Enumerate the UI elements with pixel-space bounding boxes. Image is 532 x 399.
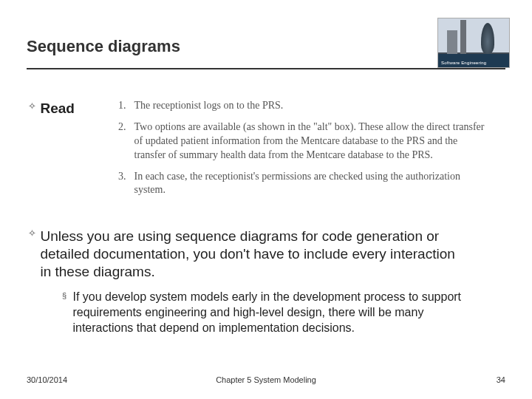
diamond-bullet-icon: ✧	[27, 100, 37, 113]
list-text: Two options are available (as shown in t…	[134, 120, 486, 163]
sub-bullet-text: If you develop system models early in th…	[72, 290, 477, 335]
list-item: 3. In each case, the receptionist's perm…	[118, 170, 488, 198]
footer-page-number: 34	[497, 375, 505, 384]
title-underline	[27, 68, 505, 69]
bullet-read: ✧ Read	[27, 100, 75, 117]
footer-chapter: Chapter 5 System Modeling	[0, 375, 532, 384]
logo-building	[460, 20, 466, 54]
bullet-paragraph-text: Unless you are using sequence diagrams f…	[40, 228, 468, 280]
list-text: In each case, the receptionist's permiss…	[134, 170, 486, 198]
book-cover-thumbnail: Software Engineering	[437, 18, 510, 68]
bullet-read-label: Read	[40, 100, 74, 117]
square-bullet-icon: §	[59, 290, 69, 303]
page-title: Sequence diagrams	[27, 37, 180, 56]
bullet-paragraph: ✧ Unless you are using sequence diagrams…	[27, 228, 497, 280]
list-number: 1.	[118, 99, 132, 113]
numbered-excerpt: 1. The receptionist logs on to the PRS. …	[118, 99, 488, 205]
list-number: 3.	[118, 170, 132, 184]
logo-caption: Software Engineering	[441, 61, 486, 65]
list-number: 2.	[118, 120, 132, 134]
logo-building	[447, 30, 457, 54]
list-text: The receptionist logs on to the PRS.	[134, 99, 486, 113]
slide: Sequence diagrams Software Engineering ✧…	[0, 0, 532, 399]
sub-bullet: § If you develop system models early in …	[59, 290, 488, 335]
list-item: 1. The receptionist logs on to the PRS.	[118, 99, 488, 113]
list-item: 2. Two options are available (as shown i…	[118, 120, 488, 163]
diamond-bullet-icon: ✧	[27, 228, 37, 240]
